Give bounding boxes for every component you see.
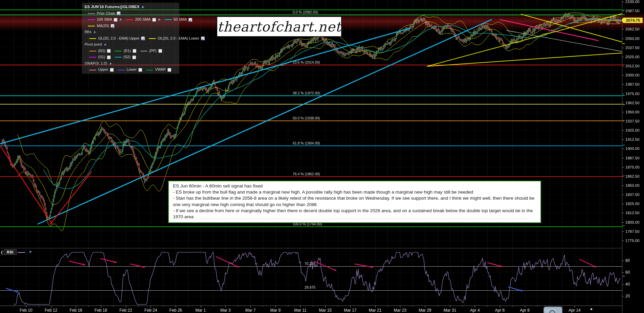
legend-swatch bbox=[165, 19, 172, 20]
legend-swatch bbox=[89, 51, 96, 51]
annotation-arrow bbox=[69, 261, 85, 266]
date-tick-major bbox=[300, 306, 301, 308]
price-axis-label: 2037.50 bbox=[625, 45, 640, 50]
checkbox-unchecked[interactable] bbox=[107, 55, 111, 59]
legend-swatch bbox=[88, 19, 95, 20]
legend-item-row: UpperLowerVWAP bbox=[85, 66, 177, 73]
legend-item-label: (R1) bbox=[124, 49, 131, 53]
indicator-legend-panel[interactable]: ES JUN'16 Futures@GLOBEX➤ Prior Close100… bbox=[82, 3, 179, 74]
date-tick-minor bbox=[263, 306, 263, 307]
diamond-marker: ◆ bbox=[590, 307, 593, 311]
price-axis-label: 2100.00 bbox=[625, 0, 640, 4]
price-axis-label: 1962.50 bbox=[625, 100, 640, 105]
checkbox-checked[interactable] bbox=[188, 18, 192, 22]
checkbox-checked[interactable] bbox=[117, 12, 120, 15]
legend-item: OL(20, 2.0 - EMA) Lower bbox=[149, 35, 204, 42]
price-axis-label: 1975.00 bbox=[625, 91, 640, 96]
date-tick-minor bbox=[363, 306, 363, 307]
price-axis-label: 1950.00 bbox=[625, 110, 640, 114]
date-label: Apr 6 bbox=[495, 308, 505, 313]
annotation-arrow bbox=[487, 263, 502, 267]
date-tick-major bbox=[201, 306, 201, 308]
date-tick-major bbox=[176, 306, 176, 308]
legend-group-label: VWAP(9, 1.0) bbox=[85, 61, 107, 65]
date-tick-major bbox=[350, 306, 351, 308]
legend-item-label: (PP) bbox=[149, 49, 157, 53]
date-tick-major bbox=[500, 306, 500, 308]
legend-item: 50 SMA bbox=[165, 16, 192, 23]
price-axis-tick bbox=[622, 149, 624, 149]
fib-level-label: 76.4 % (1862.00) bbox=[293, 172, 320, 176]
legend-item-label: 50 SMA bbox=[174, 17, 187, 21]
checkbox-unchecked[interactable] bbox=[138, 68, 142, 72]
annotation-arrow bbox=[355, 264, 373, 268]
checkbox-unchecked[interactable] bbox=[107, 49, 111, 53]
trend-line bbox=[0, 146, 52, 224]
price-axis-label: 2012.50 bbox=[625, 64, 640, 68]
time-axis[interactable]: Feb 10Feb 12Feb 16Feb 18Feb 22Feb 24Feb … bbox=[0, 306, 622, 313]
legend-swatch bbox=[88, 13, 95, 14]
date-tick-major bbox=[250, 306, 251, 308]
panel-separator bbox=[0, 248, 622, 248]
price-axis[interactable]: 2074.75 2100.002087.502062.502050.002037… bbox=[622, 0, 644, 313]
price-axis-tick bbox=[622, 158, 624, 158]
price-axis-tick bbox=[622, 139, 624, 140]
last-price-badge: 2074.75 bbox=[623, 18, 643, 23]
date-tick-major bbox=[575, 306, 575, 308]
checkbox-unchecked[interactable] bbox=[168, 68, 171, 72]
axis-line-marker bbox=[623, 10, 625, 10]
annotation-arrow bbox=[101, 259, 117, 263]
cursor-icon[interactable]: ➤ bbox=[117, 16, 124, 23]
legend-item-label: (S2) bbox=[124, 55, 131, 59]
checkbox-unchecked[interactable] bbox=[158, 49, 162, 53]
legend-item-label: OL(20, 2.0 - EMA) Lower bbox=[158, 36, 199, 40]
rsi-indicator-button[interactable]: RSI bbox=[4, 249, 17, 255]
collapse-panel-icon[interactable]: ❮ bbox=[0, 250, 3, 254]
legend-group-row: VWAP(9, 1.0)➤ bbox=[85, 60, 177, 67]
cursor-icon[interactable]: ➤ bbox=[139, 4, 146, 10]
legend-item-row: (R2)(R1)(PP) bbox=[85, 48, 177, 54]
price-axis-tick bbox=[622, 195, 624, 195]
price-axis-tick bbox=[622, 121, 624, 121]
date-tick-major bbox=[101, 306, 101, 308]
legend-swatch bbox=[88, 26, 95, 26]
cursor-icon[interactable]: ➤ bbox=[107, 60, 114, 67]
trend-line bbox=[427, 51, 622, 66]
checkbox-checked[interactable] bbox=[201, 37, 205, 40]
cursor-icon[interactable]: ➤ bbox=[156, 16, 163, 23]
annotation-box[interactable]: ES Jun 60min - A 60min sell signal has f… bbox=[168, 181, 541, 223]
rsi-axis-label: 60 bbox=[625, 270, 630, 275]
checkbox-unchecked[interactable] bbox=[133, 49, 136, 53]
axis-line-marker bbox=[623, 276, 625, 276]
price-axis-tick bbox=[622, 29, 624, 29]
date-tick-minor bbox=[462, 306, 463, 307]
price-axis-label: 2087.50 bbox=[625, 8, 640, 13]
cursor-icon[interactable]: ➤ bbox=[91, 29, 98, 36]
price-axis-tick bbox=[622, 84, 624, 85]
rsi-axis-tick bbox=[622, 296, 624, 296]
annotation-arrow bbox=[216, 256, 239, 267]
price-axis-label: 1850.00 bbox=[625, 183, 640, 188]
price-axis-label: 2025.00 bbox=[625, 54, 640, 59]
cursor-icon[interactable]: ➤ bbox=[102, 42, 109, 48]
legend-item-label: 200 SMA bbox=[135, 17, 150, 21]
price-axis-tick bbox=[622, 75, 624, 75]
checkbox-checked[interactable] bbox=[141, 37, 145, 40]
checkbox-unchecked[interactable] bbox=[132, 55, 136, 59]
date-label: Feb 12 bbox=[45, 308, 57, 313]
rsi-upper-threshold-label: 70.125 bbox=[305, 262, 315, 266]
zoom-button[interactable] bbox=[543, 307, 562, 313]
date-tick-major bbox=[126, 306, 126, 308]
axis-line-marker bbox=[623, 104, 625, 105]
annotation-arrow bbox=[508, 287, 523, 291]
fib-level-label: 0.0 % (2082.00) bbox=[293, 10, 318, 14]
checkbox-unchecked[interactable] bbox=[110, 68, 114, 72]
axis-line-marker bbox=[623, 225, 625, 226]
date-tick-major bbox=[225, 306, 226, 308]
checkbox-checked[interactable] bbox=[111, 24, 114, 28]
price-axis-tick bbox=[622, 2, 624, 2]
axis-line-marker bbox=[623, 120, 625, 121]
checkbox-unchecked[interactable] bbox=[152, 18, 156, 22]
legend-item-label: Prior Close bbox=[97, 11, 115, 15]
date-tick-minor bbox=[188, 306, 188, 307]
